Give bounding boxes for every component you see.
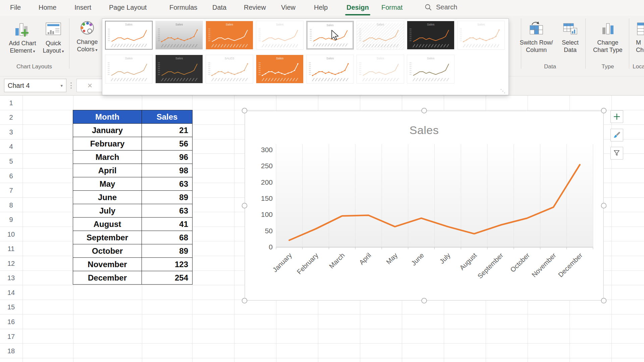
- row-header-18[interactable]: 18: [0, 347, 22, 355]
- row-header-12[interactable]: 12: [0, 259, 22, 267]
- chart-style-thumbnail[interactable]: Sales: [407, 21, 454, 50]
- selection-handle[interactable]: [242, 203, 247, 208]
- cancel-entry-button[interactable]: ✕: [76, 79, 103, 92]
- name-box[interactable]: Chart 4 ▾: [4, 79, 66, 92]
- formula-bar-handle-icon[interactable]: ⋮: [67, 81, 75, 90]
- chart-filters-button[interactable]: [610, 147, 623, 160]
- cell-month[interactable]: July: [73, 204, 142, 218]
- chart-style-thumbnail[interactable]: Sales: [105, 55, 153, 83]
- tab-format[interactable]: Format: [381, 4, 402, 11]
- cell-month[interactable]: September: [73, 231, 142, 244]
- tab-help[interactable]: Help: [314, 4, 328, 11]
- row-header-17[interactable]: 17: [0, 333, 22, 340]
- cell-month[interactable]: June: [73, 191, 142, 204]
- cell-month[interactable]: May: [73, 177, 142, 191]
- cell-sales[interactable]: 56: [142, 137, 193, 150]
- row-header-5[interactable]: 5: [0, 157, 22, 165]
- tab-design[interactable]: Design: [346, 4, 369, 11]
- cell-sales[interactable]: 63: [142, 204, 193, 218]
- chart-styles-button[interactable]: [610, 129, 623, 141]
- row-header-1[interactable]: 1: [0, 99, 22, 107]
- gallery-resize-grip[interactable]: ⋱: [500, 88, 506, 94]
- cell-sales[interactable]: 68: [142, 231, 193, 244]
- cell-sales[interactable]: 98: [142, 164, 193, 177]
- chart-style-thumbnail[interactable]: Sales: [155, 55, 203, 83]
- move-chart-button[interactable]: M Ch: [632, 17, 644, 54]
- selection-handle[interactable]: [422, 298, 427, 303]
- row-header-10[interactable]: 10: [0, 230, 22, 238]
- ribbon-search[interactable]: Search: [425, 3, 457, 11]
- chart-style-thumbnail[interactable]: SALES: [206, 55, 253, 83]
- cell-sales[interactable]: 89: [142, 244, 193, 258]
- change-colors-button[interactable]: Change Colors▾: [71, 17, 103, 54]
- column-header-month[interactable]: Month: [73, 110, 142, 124]
- cell-sales[interactable]: 41: [142, 218, 193, 231]
- tab-review[interactable]: Review: [244, 4, 266, 11]
- embedded-chart[interactable]: 050100150200250300SalesJanuaryFebruaryMa…: [245, 111, 604, 301]
- worksheet-grid[interactable]: MonthSalesJanuary21February56March96Apri…: [0, 96, 644, 362]
- row-header-8[interactable]: 8: [0, 201, 22, 209]
- cell-month[interactable]: April: [73, 164, 142, 177]
- select-data-button[interactable]: Select Data: [557, 17, 583, 54]
- cell-month[interactable]: August: [73, 218, 142, 231]
- cell-sales[interactable]: 123: [142, 258, 193, 271]
- cell-month[interactable]: November: [73, 258, 142, 271]
- chart-title[interactable]: Sales: [410, 124, 439, 136]
- chart-style-thumbnail[interactable]: Sales: [357, 21, 404, 50]
- row-header-11[interactable]: 11: [0, 245, 22, 253]
- chevron-down-icon[interactable]: ▾: [60, 83, 63, 88]
- chart-style-thumbnail[interactable]: Sales: [105, 21, 153, 50]
- selection-handle[interactable]: [242, 298, 247, 303]
- change-chart-type-button[interactable]: Change Chart Type: [591, 17, 625, 54]
- cell-month[interactable]: December: [73, 271, 142, 285]
- row-header-9[interactable]: 9: [0, 216, 22, 224]
- tab-home[interactable]: Home: [39, 4, 56, 11]
- add-chart-element-button[interactable]: Add Chart Element▾: [3, 17, 42, 55]
- selection-handle[interactable]: [601, 298, 606, 303]
- row-header-14[interactable]: 14: [0, 289, 22, 296]
- tab-file[interactable]: File: [10, 4, 21, 11]
- sales-line-chart[interactable]: 050100150200250300SalesJanuaryFebruaryMa…: [245, 111, 604, 301]
- chart-style-thumbnail[interactable]: Sales: [457, 21, 505, 50]
- row-header-6[interactable]: 6: [0, 172, 22, 180]
- row-header-13[interactable]: 13: [0, 274, 22, 282]
- tab-data[interactable]: Data: [212, 4, 226, 11]
- tab-formulas[interactable]: Formulas: [169, 4, 197, 11]
- cell-month[interactable]: March: [73, 150, 142, 164]
- change-chart-type-icon: [599, 20, 616, 37]
- cell-sales[interactable]: 63: [142, 177, 193, 191]
- chart-style-thumbnail[interactable]: Sales: [256, 55, 304, 83]
- chart-style-thumbnail[interactable]: Sales: [306, 55, 354, 83]
- chart-style-thumbnail[interactable]: Sales: [306, 21, 354, 50]
- cell-sales[interactable]: 89: [142, 191, 193, 204]
- selection-handle[interactable]: [242, 108, 247, 113]
- row-header-7[interactable]: 7: [0, 187, 22, 194]
- chart-style-thumbnail[interactable]: Sales: [155, 21, 203, 50]
- cell-sales[interactable]: 21: [142, 124, 193, 137]
- switch-row-column-button[interactable]: Switch Row/ Column: [517, 17, 556, 54]
- cell-month[interactable]: February: [73, 137, 142, 150]
- chart-style-thumbnail[interactable]: Sales: [256, 21, 304, 50]
- chart-style-thumbnail[interactable]: Sales: [357, 55, 404, 83]
- chart-elements-button[interactable]: [610, 110, 623, 123]
- quick-layout-button[interactable]: Quick Layout▾: [40, 17, 67, 55]
- row-header-3[interactable]: 3: [0, 128, 22, 136]
- row-header-15[interactable]: 15: [0, 303, 22, 311]
- tab-view[interactable]: View: [281, 4, 296, 11]
- row-header-4[interactable]: 4: [0, 143, 22, 150]
- row-header-2[interactable]: 2: [0, 114, 22, 121]
- cell-sales[interactable]: 254: [142, 271, 193, 285]
- row-header-16[interactable]: 16: [0, 318, 22, 326]
- cell-month[interactable]: January: [73, 124, 142, 137]
- selection-handle[interactable]: [601, 203, 606, 208]
- cell-month[interactable]: October: [73, 244, 142, 258]
- chart-style-thumbnail[interactable]: Sales: [407, 55, 454, 83]
- tab-insert[interactable]: Insert: [74, 4, 91, 11]
- cell-sales[interactable]: 96: [142, 150, 193, 164]
- selection-handle[interactable]: [422, 108, 427, 113]
- excel-window: Search FileHomeInsertPage LayoutFormulas…: [0, 0, 644, 362]
- selection-handle[interactable]: [601, 108, 606, 113]
- tab-page-layout[interactable]: Page Layout: [109, 4, 147, 11]
- column-header-sales[interactable]: Sales: [142, 110, 193, 124]
- chart-style-thumbnail[interactable]: Sales: [206, 21, 253, 50]
